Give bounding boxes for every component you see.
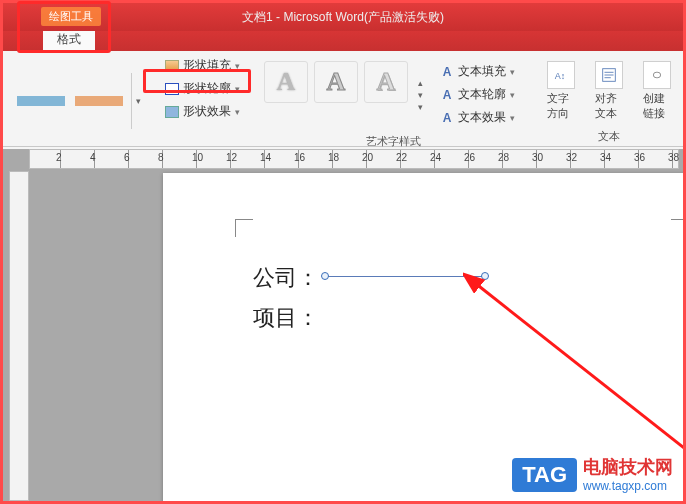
ruler-number: 16 <box>294 152 305 163</box>
shape-fill-button[interactable]: 形状填充 ▾ <box>159 55 246 76</box>
horizontal-ruler[interactable]: 2468101214161820222426283032343638 <box>29 149 679 169</box>
create-link-button[interactable]: 创建链接 <box>635 57 679 125</box>
resize-handle-left[interactable] <box>321 272 329 280</box>
margin-corner-tr <box>671 219 683 237</box>
align-text-label: 对齐文本 <box>595 91 623 121</box>
text-effects-button[interactable]: A文本效果▾ <box>436 107 519 128</box>
text-direction-button[interactable]: A↕ 文字方向 <box>539 57 583 125</box>
annotation-arrow <box>463 265 683 485</box>
ruler-number: 24 <box>430 152 441 163</box>
wordart-preset-1[interactable]: A <box>264 61 308 103</box>
shape-fill-label: 形状填充 <box>183 57 231 74</box>
ribbon: ▾ 形状填充 ▾ 形状轮廓 ▾ 形状效果 ▾ <box>3 51 683 147</box>
text-outline-button[interactable]: A文本轮廓▾ <box>436 84 519 105</box>
text-outline-icon: A <box>440 88 454 102</box>
ruler-number: 30 <box>532 152 543 163</box>
wordart-styles-group: A A A ▴▾▾ A文本填充▾ A文本轮廓▾ A文本效果▾ 艺术字样式 <box>254 51 533 146</box>
shape-styles-gallery: ▾ <box>3 51 151 146</box>
ruler-number: 2 <box>56 152 62 163</box>
resize-handle-right[interactable] <box>481 272 489 280</box>
ruler-number: 18 <box>328 152 339 163</box>
text-fill-icon: A <box>440 65 454 79</box>
text-outline-label: 文本轮廓 <box>458 86 506 103</box>
text-group-label: 文本 <box>598 127 620 144</box>
ruler-number: 22 <box>396 152 407 163</box>
ruler-number: 8 <box>158 152 164 163</box>
doc-text-project: 项目： <box>253 303 319 333</box>
text-effects-label: 文本效果 <box>458 109 506 126</box>
wordart-more-dropdown[interactable]: ▴▾▾ <box>412 57 428 132</box>
shape-style-preset-2[interactable] <box>75 96 123 106</box>
ruler-number: 38 <box>668 152 679 163</box>
ruler-number: 32 <box>566 152 577 163</box>
ruler-number: 34 <box>600 152 611 163</box>
chevron-down-icon: ▾ <box>235 61 240 71</box>
watermark-text: 电脑技术网 <box>583 457 673 479</box>
chevron-down-icon: ▾ <box>510 67 515 77</box>
shape-styles-more-dropdown[interactable]: ▾ <box>131 73 145 129</box>
shape-effects-button[interactable]: 形状效果 ▾ <box>159 101 246 122</box>
doc-text-company: 公司： <box>253 263 319 293</box>
margin-corner-tl <box>235 219 253 237</box>
watermark: TAG 电脑技术网 www.tagxp.com <box>512 457 673 493</box>
watermark-badge: TAG <box>512 458 577 492</box>
context-tab-drawing-tools: 绘图工具 <box>41 7 101 26</box>
page[interactable]: 公司： 项目： <box>163 173 683 501</box>
ruler-number: 10 <box>192 152 203 163</box>
watermark-url: www.tagxp.com <box>583 479 673 493</box>
effects-icon <box>165 106 179 118</box>
tab-format[interactable]: 格式 <box>43 28 95 51</box>
shape-style-preset-1[interactable] <box>17 96 65 106</box>
shape-outline-button[interactable]: 形状轮廓 ▾ <box>159 78 246 99</box>
window-title: 文档1 - Microsoft Word(产品激活失败) <box>242 9 444 26</box>
ruler-number: 4 <box>90 152 96 163</box>
ruler-number: 20 <box>362 152 373 163</box>
wordart-preset-3[interactable]: A <box>364 61 408 103</box>
chevron-down-icon: ▾ <box>235 107 240 117</box>
text-fill-button[interactable]: A文本填充▾ <box>436 61 519 82</box>
ruler-number: 28 <box>498 152 509 163</box>
ruler-number: 26 <box>464 152 475 163</box>
shape-effects-label: 形状效果 <box>183 103 231 120</box>
document-area: 2468101214161820222426283032343638 公司： 项… <box>3 149 683 501</box>
svg-text:A↕: A↕ <box>555 71 566 81</box>
wordart-preset-2[interactable]: A <box>314 61 358 103</box>
wordart-text-buttons: A文本填充▾ A文本轮廓▾ A文本效果▾ <box>428 57 527 132</box>
text-group: A↕ 文字方向 对齐文本 创建链接 文本 <box>533 51 685 146</box>
ruler-number: 12 <box>226 152 237 163</box>
chevron-down-icon: ▾ <box>510 90 515 100</box>
text-effects-icon: A <box>440 111 454 125</box>
create-link-label: 创建链接 <box>643 91 671 121</box>
align-text-button[interactable]: 对齐文本 <box>587 57 631 125</box>
paint-bucket-icon <box>165 60 179 72</box>
text-direction-label: 文字方向 <box>547 91 575 121</box>
svg-line-5 <box>475 283 683 455</box>
ruler-number: 14 <box>260 152 271 163</box>
shape-style-buttons: 形状填充 ▾ 形状轮廓 ▾ 形状效果 ▾ <box>151 51 254 146</box>
vertical-ruler[interactable] <box>9 171 29 501</box>
text-fill-label: 文本填充 <box>458 63 506 80</box>
ruler-number: 36 <box>634 152 645 163</box>
selected-line-shape[interactable] <box>325 276 485 277</box>
pen-outline-icon <box>165 83 179 95</box>
wordart-group-label: 艺术字样式 <box>366 132 421 149</box>
chevron-down-icon: ▾ <box>510 113 515 123</box>
chevron-down-icon: ▾ <box>235 84 240 94</box>
shape-outline-label: 形状轮廓 <box>183 80 231 97</box>
ruler-number: 6 <box>124 152 130 163</box>
